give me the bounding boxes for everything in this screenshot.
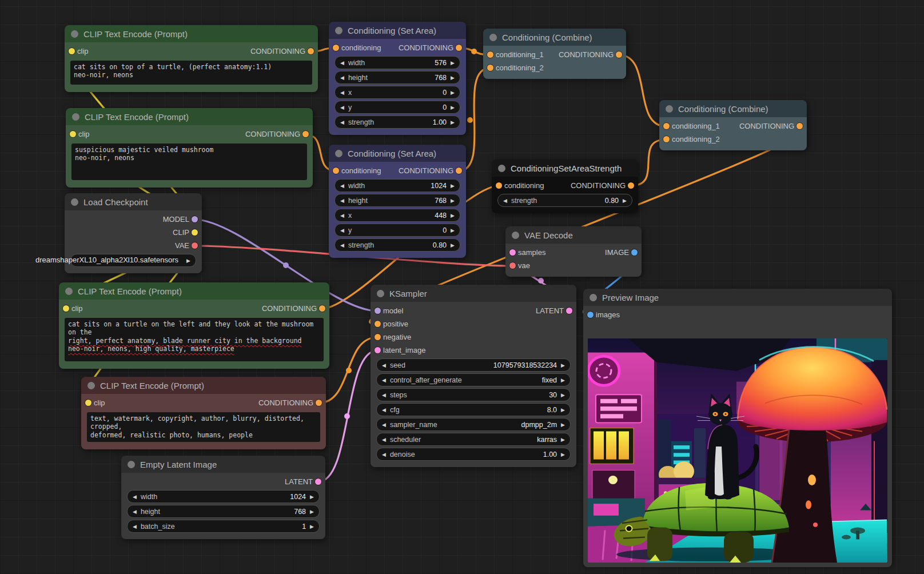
input-dot-conditioning[interactable] <box>375 321 381 327</box>
increment-arrow-icon[interactable]: ▶ <box>451 198 455 204</box>
collapse-dot-icon[interactable] <box>590 294 597 301</box>
widget-cfg[interactable]: ◀cfg8.0▶ <box>376 403 571 416</box>
decrement-arrow-icon[interactable]: ◀ <box>382 452 386 457</box>
collapse-dot-icon[interactable] <box>335 27 342 34</box>
increment-arrow-icon[interactable]: ▶ <box>623 198 627 204</box>
prompt-textarea[interactable]: cat sits on a turtle on the left and the… <box>65 318 324 361</box>
increment-arrow-icon[interactable]: ▶ <box>451 183 455 189</box>
decrement-arrow-icon[interactable]: ◀ <box>133 524 137 529</box>
output-dot-conditioning[interactable] <box>316 400 322 406</box>
widget-sampler-name[interactable]: ◀sampler_namedpmpp_2m▶ <box>376 418 571 431</box>
increment-arrow-icon[interactable]: ▶ <box>310 494 314 500</box>
prompt-textarea[interactable]: suspicious majestic veiled mushroom neo-… <box>71 144 307 180</box>
decrement-arrow-icon[interactable]: ◀ <box>382 377 386 383</box>
collapse-dot-icon[interactable] <box>666 105 673 113</box>
input-dot-conditioning[interactable] <box>663 123 670 129</box>
collapse-dot-icon[interactable] <box>489 34 497 41</box>
output-dot-conditioning[interactable] <box>302 131 309 137</box>
widget-batch-size[interactable]: ◀batch_size1▶ <box>127 520 320 533</box>
increment-arrow-icon[interactable]: ▶ <box>310 509 314 515</box>
increment-arrow-icon[interactable]: ▶ <box>451 105 455 110</box>
widget-y[interactable]: ◀y0▶ <box>334 101 460 114</box>
input-dot-clip[interactable] <box>69 48 75 54</box>
increment-arrow-icon[interactable]: ▶ <box>561 362 565 368</box>
input-dot-clip[interactable] <box>70 131 76 137</box>
node-conditioning-set-area-2[interactable]: Conditioning (Set Area) conditioningCOND… <box>329 145 466 258</box>
decrement-arrow-icon[interactable]: ◀ <box>382 362 386 368</box>
increment-arrow-icon[interactable]: ▶ <box>561 422 565 428</box>
collapse-dot-icon[interactable] <box>335 150 342 157</box>
decrement-arrow-icon[interactable]: ◀ <box>340 213 344 218</box>
widget-x[interactable]: ◀x0▶ <box>334 86 460 99</box>
output-dot-conditioning[interactable] <box>308 48 314 54</box>
ckpt-name-combo[interactable]: dreamshaperXL10_alpha2Xl10.safetensors ▶ <box>70 254 196 267</box>
output-dot-conditioning[interactable] <box>456 45 462 51</box>
decrement-arrow-icon[interactable]: ◀ <box>340 75 344 81</box>
increment-arrow-icon[interactable]: ▶ <box>451 75 455 81</box>
increment-arrow-icon[interactable]: ▶ <box>561 437 565 443</box>
decrement-arrow-icon[interactable]: ◀ <box>382 407 386 413</box>
widget-control-after-generate[interactable]: ◀control_after_generatefixed▶ <box>376 373 571 386</box>
widget-width[interactable]: ◀width1024▶ <box>127 490 320 503</box>
decrement-arrow-icon[interactable]: ◀ <box>382 392 386 398</box>
output-dot-conditioning[interactable] <box>319 305 325 312</box>
widget-x[interactable]: ◀x448▶ <box>334 209 460 222</box>
input-dot-latent[interactable] <box>509 249 516 256</box>
increment-arrow-icon[interactable]: ▶ <box>451 213 455 218</box>
input-dot-model[interactable] <box>375 308 381 314</box>
decrement-arrow-icon[interactable]: ◀ <box>340 60 344 66</box>
widget-width[interactable]: ◀width576▶ <box>334 56 460 69</box>
output-dot-conditioning[interactable] <box>796 123 803 129</box>
output-dot-conditioning[interactable] <box>616 51 622 58</box>
widget-denoise[interactable]: ◀denoise1.00▶ <box>376 448 571 461</box>
input-dot-conditioning[interactable] <box>333 168 339 174</box>
combo-next-arrow-icon[interactable]: ▶ <box>186 258 190 264</box>
node-load-checkpoint[interactable]: Load Checkpoint MODEL CLIP VAE dreamshap… <box>65 193 202 273</box>
node-clip-text-encode-3[interactable]: CLIP Text Encode (Prompt) clipCONDITIONI… <box>59 282 329 369</box>
decrement-arrow-icon[interactable]: ◀ <box>340 119 344 125</box>
increment-arrow-icon[interactable]: ▶ <box>561 452 565 457</box>
collapse-dot-icon[interactable] <box>377 290 384 297</box>
prompt-textarea[interactable]: text, watermark, copyright, author, blur… <box>87 412 320 442</box>
collapse-dot-icon[interactable] <box>72 113 79 121</box>
collapse-dot-icon[interactable] <box>128 461 135 468</box>
input-dot-conditioning[interactable] <box>496 182 502 189</box>
collapse-dot-icon[interactable] <box>71 30 78 38</box>
input-dot-conditioning[interactable] <box>333 45 339 51</box>
decrement-arrow-icon[interactable]: ◀ <box>133 494 137 500</box>
decrement-arrow-icon[interactable]: ◀ <box>503 198 507 204</box>
collapse-dot-icon[interactable] <box>65 288 73 295</box>
node-vae-decode[interactable]: VAE Decode samplesIMAGE vae <box>505 226 642 277</box>
widget-height[interactable]: ◀height768▶ <box>334 194 460 207</box>
output-dot-latent[interactable] <box>315 479 321 485</box>
decrement-arrow-icon[interactable]: ◀ <box>382 437 386 443</box>
node-clip-text-encode-2[interactable]: CLIP Text Encode (Prompt) clipCONDITIONI… <box>66 108 313 188</box>
collapse-dot-icon[interactable] <box>498 165 505 172</box>
decrement-arrow-icon[interactable]: ◀ <box>133 509 137 515</box>
output-dot-model[interactable] <box>192 216 198 222</box>
increment-arrow-icon[interactable]: ▶ <box>451 242 455 248</box>
widget-strength[interactable]: ◀strength0.80▶ <box>497 194 632 207</box>
node-clip-text-encode-1[interactable]: CLIP Text Encode (Prompt) clipCONDITIONI… <box>65 25 318 92</box>
node-conditioning-combine-1[interactable]: Conditioning (Combine) conditioning_1CON… <box>483 29 626 79</box>
widget-seed[interactable]: ◀seed1079579318532234▶ <box>376 358 571 372</box>
widget-height[interactable]: ◀height768▶ <box>127 505 320 518</box>
input-dot-conditioning[interactable] <box>487 65 493 71</box>
decrement-arrow-icon[interactable]: ◀ <box>340 105 344 110</box>
output-dot-image[interactable] <box>631 249 638 256</box>
decrement-arrow-icon[interactable]: ◀ <box>340 183 344 189</box>
input-dot-clip[interactable] <box>63 305 69 312</box>
widget-y[interactable]: ◀y0▶ <box>334 224 460 237</box>
increment-arrow-icon[interactable]: ▶ <box>451 119 455 125</box>
node-conditioning-combine-2[interactable]: Conditioning (Combine) conditioning_1CON… <box>659 100 807 150</box>
increment-arrow-icon[interactable]: ▶ <box>451 60 455 66</box>
input-dot-conditioning[interactable] <box>487 51 493 58</box>
widget-height[interactable]: ◀height768▶ <box>334 71 460 84</box>
increment-arrow-icon[interactable]: ▶ <box>561 407 565 413</box>
decrement-arrow-icon[interactable]: ◀ <box>382 422 386 428</box>
input-dot-vae[interactable] <box>509 262 516 269</box>
collapse-dot-icon[interactable] <box>87 382 95 389</box>
node-conditioning-set-area-1[interactable]: Conditioning (Set Area) conditioningCOND… <box>329 22 466 135</box>
output-dot-latent[interactable] <box>566 308 572 314</box>
node-graph-canvas[interactable]: CLIP Text Encode (Prompt) clipCONDITIONI… <box>0 0 924 574</box>
